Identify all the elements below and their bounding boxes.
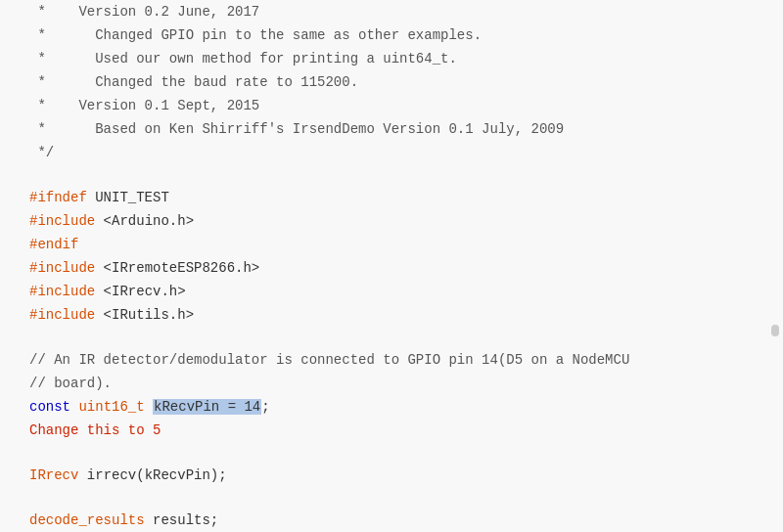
- code-line: #include <Arduino.h>: [0, 209, 783, 233]
- code-line: #ifndef UNIT_TEST: [0, 186, 783, 209]
- code-line: * Changed GPIO pin to the same as other …: [0, 23, 783, 47]
- code-line: IRrecv irrecv(kRecvPin);: [0, 464, 783, 487]
- line-content: * Used our own method for printing a uin…: [29, 48, 783, 69]
- line-content: #ifndef UNIT_TEST: [29, 187, 783, 208]
- code-line: #include <IRrecv.h>: [0, 280, 783, 303]
- code-line: // An IR detector/demodulator is connect…: [0, 348, 783, 372]
- code-line: * Changed the baud rate to 115200.: [0, 70, 783, 94]
- code-line: */: [0, 141, 783, 164]
- line-content: #include <IRutils.h>: [29, 304, 783, 326]
- code-line-blank: [0, 487, 783, 509]
- code-line: #include <IRutils.h>: [0, 303, 783, 327]
- line-content: const uint16_t kRecvPin = 14;: [29, 396, 783, 418]
- line-content: // An IR detector/demodulator is connect…: [29, 349, 783, 371]
- code-line: * Version 0.2 June, 2017: [0, 0, 783, 23]
- line-content: */: [29, 142, 783, 163]
- highlighted-text: kRecvPin = 14: [153, 399, 261, 415]
- line-content: IRrecv irrecv(kRecvPin);: [29, 465, 783, 486]
- line-content: #include <Arduino.h>: [29, 210, 783, 232]
- line-content: // board).: [29, 373, 783, 394]
- code-line: * Used our own method for printing a uin…: [0, 47, 783, 70]
- line-content: decode_results results;: [29, 510, 783, 531]
- code-line: #endif: [0, 233, 783, 256]
- line-content: * Changed the baud rate to 115200.: [29, 71, 783, 93]
- line-content: #include <IRremoteESP8266.h>: [29, 257, 783, 279]
- scrollbar[interactable]: [771, 325, 779, 336]
- code-line-const: const uint16_t kRecvPin = 14;: [0, 395, 783, 419]
- code-line-blank: [0, 164, 783, 186]
- line-content: #endif: [29, 234, 783, 255]
- line-content: * Changed GPIO pin to the same as other …: [29, 24, 783, 46]
- code-editor: * Version 0.2 June, 2017 * Changed GPIO …: [0, 0, 783, 532]
- code-line: // board).: [0, 372, 783, 395]
- line-content: #include <IRrecv.h>: [29, 281, 783, 302]
- code-line-blank: [0, 327, 783, 348]
- code-line-blank: [0, 442, 783, 464]
- line-content: * Version 0.2 June, 2017: [29, 1, 783, 22]
- annotation-label: Change this to 5: [29, 422, 161, 438]
- line-content: ​​​​​​​​​​​​​​​​​​​Change this to 5: [29, 420, 783, 441]
- code-line: #include <IRremoteESP8266.h>: [0, 256, 783, 280]
- line-content: * Based on Ken Shirriff's IrsendDemo Ver…: [29, 118, 783, 140]
- code-line-annotation: ​​​​​​​​​​​​​​​​​​​Change this to 5: [0, 419, 783, 442]
- code-line: * Version 0.1 Sept, 2015: [0, 94, 783, 117]
- line-content: * Version 0.1 Sept, 2015: [29, 95, 783, 116]
- code-line: decode_results results;: [0, 509, 783, 532]
- code-line: * Based on Ken Shirriff's IrsendDemo Ver…: [0, 117, 783, 141]
